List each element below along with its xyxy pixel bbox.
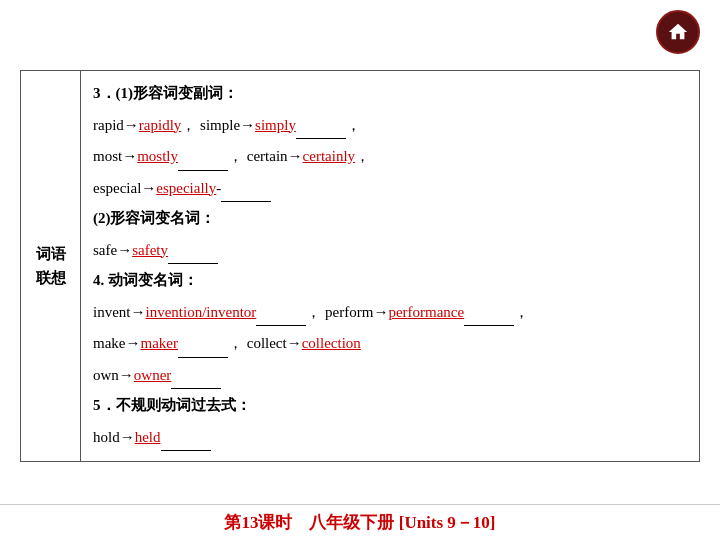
collect-prefix: collect→ (247, 335, 302, 351)
mostly-blank (178, 141, 228, 171)
invention-blank (256, 297, 306, 327)
footer-bar: 第13课时 八年级下册 [Units 9－10] (0, 504, 720, 540)
owner-blank (171, 360, 221, 390)
sep1: ， (181, 117, 196, 133)
invention-word: invention/inventor (146, 304, 257, 320)
safety-blank (168, 235, 218, 265)
row-make: make→maker ， collect→collection (93, 328, 687, 358)
row-safe: safe→safety (93, 235, 687, 265)
row-hold: hold→held (93, 422, 687, 452)
maker-blank (178, 328, 228, 358)
home-icon (667, 21, 689, 43)
safety-word: safety (132, 242, 168, 258)
home-button[interactable] (656, 10, 700, 54)
certain-prefix: certain→ (247, 148, 303, 164)
mostly-word: mostly (137, 148, 178, 164)
rapid-prefix: rapid→ (93, 117, 139, 133)
label-line2: 联想 (36, 270, 66, 286)
sep5: ， (306, 304, 321, 320)
label-line1: 词语 (36, 246, 66, 262)
especially-word: especially (156, 180, 216, 196)
row-invent: invent→invention/inventor ， perform→perf… (93, 297, 687, 327)
hold-prefix: hold→ (93, 429, 135, 445)
collection-word: collection (302, 335, 361, 351)
main-content-table: 词语 联想 3．(1)形容词变副词： rapid→rapidly， simple… (20, 70, 700, 462)
content-cell: 3．(1)形容词变副词： rapid→rapidly， simple→simpl… (81, 71, 700, 462)
especial-prefix: especial→ (93, 180, 156, 196)
section32-title: (2)形容词变名词： (93, 204, 687, 233)
maker-word: maker (140, 335, 177, 351)
rapidly-word: rapidly (139, 117, 182, 133)
label-cell: 词语 联想 (21, 71, 81, 462)
most-prefix: most→ (93, 148, 137, 164)
held-blank (161, 422, 211, 452)
own-prefix: own→ (93, 367, 134, 383)
simply-blank (296, 110, 346, 140)
performance-word: performance (388, 304, 464, 320)
make-prefix: make→ (93, 335, 140, 351)
invent-prefix: invent→ (93, 304, 146, 320)
section3-title: 3．(1)形容词变副词： (93, 79, 687, 108)
sep6: ， (228, 335, 243, 351)
simple-prefix: simple→ (200, 117, 255, 133)
row-own: own→owner (93, 360, 687, 390)
row-rapid: rapid→rapidly， simple→simply ， (93, 110, 687, 140)
safe-prefix: safe→ (93, 242, 132, 258)
row-especial: especial→especially- (93, 173, 687, 203)
section5-title: 5．不规则动词过去式： (93, 391, 687, 420)
section4-title: 4. 动词变名词： (93, 266, 687, 295)
row-most: most→mostly ， certain→certainly， (93, 141, 687, 171)
perform-prefix: perform→ (325, 304, 388, 320)
certainly-word: certainly (303, 148, 355, 164)
especially-blank (221, 173, 271, 203)
owner-word: owner (134, 367, 172, 383)
footer-text: 第13课时 八年级下册 [Units 9－10] (224, 513, 495, 532)
simply-word: simply (255, 117, 296, 133)
held-word: held (135, 429, 161, 445)
performance-blank (464, 297, 514, 327)
